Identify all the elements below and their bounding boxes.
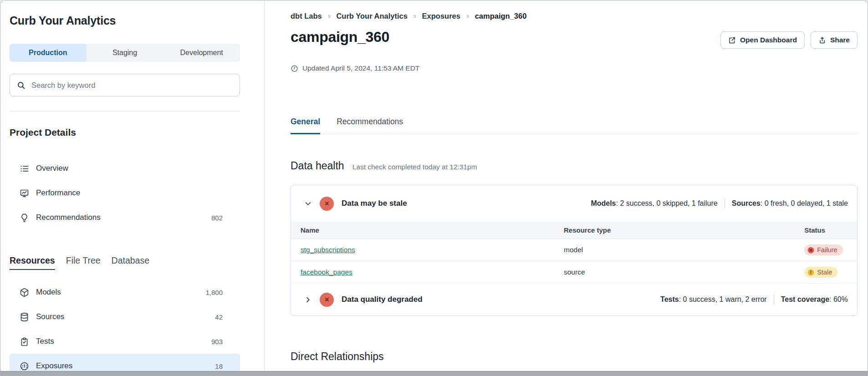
sidebar-item-tests[interactable]: Tests 903 <box>10 329 240 354</box>
resource-link-stg-subscriptions[interactable]: stg_subscriptions <box>301 246 355 254</box>
tab-file-tree[interactable]: File Tree <box>66 255 101 269</box>
page-tabs: General Recommendations <box>291 117 858 134</box>
sidebar-item-performance[interactable]: Performance <box>10 181 240 205</box>
tab-resources[interactable]: Resources <box>10 255 55 270</box>
sidebar-item-label: Overview <box>36 164 68 173</box>
env-tab-development[interactable]: Development <box>163 44 240 62</box>
sidebar-item-sources[interactable]: Sources 42 <box>10 305 240 329</box>
share-icon <box>818 36 826 44</box>
tab-general[interactable]: General <box>291 117 320 134</box>
resource-type-cell: model <box>554 239 795 261</box>
stats-divider <box>725 198 725 208</box>
tab-database[interactable]: Database <box>112 255 149 269</box>
sidebar: Curb Your Analytics Production Staging D… <box>0 0 265 373</box>
table-row: stg_subscriptions model Failure <box>291 239 857 261</box>
sidebar-item-label: Tests <box>36 337 54 346</box>
lightbulb-icon <box>20 213 29 223</box>
search-box[interactable] <box>10 74 240 97</box>
table-row: facebook_pages source Stale <box>291 261 857 284</box>
stale-section-row[interactable]: Data may be stale Models: 2 success, 0 s… <box>291 185 857 222</box>
clipboard-check-icon <box>20 337 29 346</box>
sidebar-item-label: Models <box>36 288 61 297</box>
resource-link-facebook-pages[interactable]: facebook_pages <box>301 268 352 276</box>
resource-view-tabs: Resources File Tree Database <box>10 255 264 270</box>
tab-recommendations[interactable]: Recommendations <box>337 117 403 134</box>
status-badge-failure: Failure <box>804 244 842 255</box>
search-input[interactable] <box>31 81 233 90</box>
x-circle-icon <box>807 247 814 254</box>
gauge-icon <box>20 361 29 371</box>
error-circle-icon <box>320 197 334 211</box>
quality-section-stats: Tests: 0 success, 1 warn, 2 error Test c… <box>660 295 848 305</box>
sidebar-item-overview[interactable]: Overview <box>10 156 240 181</box>
last-check-text: Last check completed today at 12:31pm <box>352 163 477 171</box>
breadcrumb-separator: › <box>414 11 416 20</box>
project-details-heading: Project Details <box>10 127 264 138</box>
list-icon <box>20 164 29 173</box>
stale-section-stats: Models: 2 success, 0 skipped, 1 failure … <box>591 198 848 208</box>
external-link-icon <box>728 36 736 44</box>
sidebar-item-label: Recommendations <box>36 213 101 222</box>
resources-list: Models 1,800 Sources 42 Tests 903 <box>10 280 264 376</box>
app-window: Curb Your Analytics Production Staging D… <box>0 0 868 376</box>
direct-relationships-heading: Direct Relationships <box>291 351 858 363</box>
chevron-right-icon[interactable] <box>304 295 313 304</box>
sidebar-item-label: Exposures <box>36 361 72 371</box>
main-content: dbt Labs › Curb Your Analytics › Exposur… <box>265 0 868 373</box>
sidebar-item-models[interactable]: Models 1,800 <box>10 280 240 305</box>
sidebar-item-label: Sources <box>36 312 64 321</box>
breadcrumb-project[interactable]: Curb Your Analytics <box>336 12 407 20</box>
sidebar-divider <box>10 111 240 112</box>
stale-section-title: Data may be stale <box>342 199 407 208</box>
column-header-resource-type: Resource type <box>554 222 795 239</box>
breadcrumb-dbt-labs[interactable]: dbt Labs <box>291 12 322 20</box>
column-header-status: Status <box>795 222 857 239</box>
bottom-scrollbar[interactable] <box>0 371 868 376</box>
open-dashboard-button[interactable]: Open Dashboard <box>720 31 805 49</box>
cube-icon <box>20 288 29 297</box>
share-label: Share <box>830 36 850 44</box>
breadcrumb-separator: › <box>328 11 331 20</box>
search-icon <box>17 81 26 90</box>
column-header-name: Name <box>291 222 554 239</box>
breadcrumb-exposures[interactable]: Exposures <box>422 12 460 20</box>
error-circle-icon <box>320 293 334 307</box>
page-title: campaign_360 <box>291 29 389 46</box>
item-count: 802 <box>211 214 240 222</box>
breadcrumb-current: campaign_360 <box>475 12 527 20</box>
data-health-heading: Data health <box>291 160 344 172</box>
share-button[interactable]: Share <box>811 31 858 49</box>
clock-icon <box>291 65 298 72</box>
updated-timestamp: Updated April 5, 2024, 11:53 AM EDT <box>291 64 858 72</box>
environment-switcher: Production Staging Development <box>10 44 240 62</box>
breadcrumb-separator: › <box>466 11 469 20</box>
open-dashboard-label: Open Dashboard <box>740 36 797 44</box>
sidebar-item-recommendations[interactable]: Recommendations 802 <box>10 205 240 230</box>
env-tab-staging[interactable]: Staging <box>87 44 163 62</box>
breadcrumb: dbt Labs › Curb Your Analytics › Exposur… <box>291 11 858 20</box>
project-details-list: Overview Performance Recommendations 802 <box>10 156 264 230</box>
item-count: 903 <box>211 338 240 346</box>
monitor-chart-icon <box>20 188 29 198</box>
status-badge-stale: Stale <box>804 267 837 278</box>
quality-section-title: Data quality degraded <box>342 295 423 304</box>
project-title: Curb Your Analytics <box>10 14 264 27</box>
stale-resources-table: Name Resource type Status stg_subscripti… <box>291 222 857 283</box>
resource-type-cell: source <box>554 261 795 284</box>
database-icon <box>20 312 29 322</box>
item-count: 1,800 <box>205 289 240 296</box>
quality-section-row[interactable]: Data quality degraded Tests: 0 success, … <box>291 283 857 315</box>
item-count: 18 <box>215 362 240 370</box>
env-tab-production[interactable]: Production <box>10 44 87 62</box>
chevron-down-icon[interactable] <box>304 199 313 208</box>
item-count: 42 <box>215 313 240 321</box>
stats-divider <box>774 295 774 305</box>
data-health-card: Data may be stale Models: 2 success, 0 s… <box>291 185 858 316</box>
alert-circle-icon <box>807 269 814 276</box>
header-actions: Open Dashboard Share <box>720 31 858 49</box>
sidebar-item-label: Performance <box>36 188 80 198</box>
